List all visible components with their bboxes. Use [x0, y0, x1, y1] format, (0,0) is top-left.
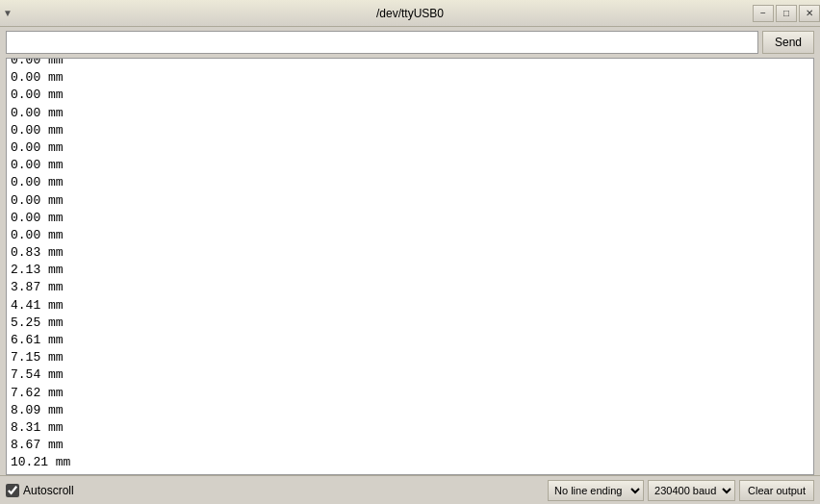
window-title: /dev/ttyUSB0 — [376, 7, 444, 20]
clear-output-button[interactable]: Clear output — [739, 480, 814, 501]
serial-input[interactable] — [6, 31, 758, 54]
output-line: 7.62 mm — [11, 385, 809, 402]
baud-rate-select[interactable]: 300 baud1200 baud2400 baud4800 baud9600 … — [648, 480, 735, 501]
title-bar-left: ▼ — [0, 6, 15, 21]
maximize-button[interactable]: □ — [776, 5, 797, 22]
output-line: 0.00 mm — [11, 105, 809, 122]
output-line: 6.61 mm — [11, 332, 809, 349]
output-line: 7.15 mm — [11, 349, 809, 366]
output-line: 0.00 mm — [11, 69, 809, 87]
output-line: 8.67 mm — [11, 437, 809, 454]
autoscroll-section: Autoscroll — [6, 484, 74, 497]
autoscroll-label[interactable]: Autoscroll — [23, 484, 74, 497]
output-line: 0.00 mm — [11, 227, 809, 244]
output-line: 3.87 mm — [11, 279, 809, 296]
line-ending-select[interactable]: No line endingNewlineCarriage returnBoth… — [548, 480, 644, 501]
output-line: 10.21 mm — [11, 454, 809, 471]
output-line: 8.09 mm — [11, 402, 809, 419]
autoscroll-checkbox[interactable] — [6, 484, 19, 497]
output-line: 2.13 mm — [11, 262, 809, 279]
output-line: 0.00 mm — [11, 174, 809, 191]
output-line: 0.00 mm — [11, 87, 809, 104]
menu-icon[interactable]: ▼ — [0, 6, 15, 21]
window-controls: − □ ✕ — [753, 5, 820, 22]
output-area[interactable]: 0.00 mm0.00 mm0.00 mm0.00 mm0.00 mm0.00 … — [6, 58, 814, 475]
output-line: 8.31 mm — [11, 419, 809, 437]
output-line: 0.00 mm — [11, 210, 809, 227]
output-line: 5.25 mm — [11, 315, 809, 332]
output-line: 0.00 mm — [11, 122, 809, 139]
output-line: 0.00 mm — [11, 58, 809, 69]
output-line: 0.00 mm — [11, 139, 809, 157]
minimize-button[interactable]: − — [753, 5, 774, 22]
status-bar: Autoscroll No line endingNewlineCarriage… — [0, 475, 820, 504]
output-line: 4.41 mm — [11, 297, 809, 315]
output-line: 0.83 mm — [11, 244, 809, 262]
output-line: 0.00 mm — [11, 192, 809, 210]
close-button[interactable]: ✕ — [799, 5, 820, 22]
input-row: Send — [0, 27, 820, 58]
output-line: 0.00 mm — [11, 157, 809, 174]
right-controls: No line endingNewlineCarriage returnBoth… — [548, 480, 814, 501]
send-button[interactable]: Send — [762, 31, 814, 54]
title-bar: ▼ /dev/ttyUSB0 − □ ✕ — [0, 0, 820, 27]
output-line: 7.54 mm — [11, 366, 809, 384]
